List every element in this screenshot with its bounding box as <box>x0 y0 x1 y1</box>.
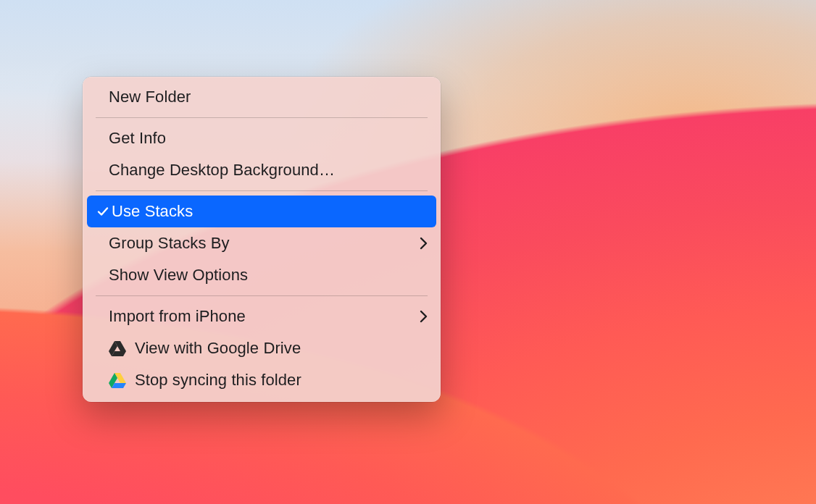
menu-item-show-view-options[interactable]: Show View Options <box>83 259 441 291</box>
menu-item-new-folder[interactable]: New Folder <box>83 81 441 113</box>
menu-item-label: New Folder <box>96 88 428 106</box>
menu-item-label: Group Stacks By <box>96 234 420 253</box>
menu-item-label: Change Desktop Background… <box>96 161 428 180</box>
menu-separator <box>96 295 428 296</box>
menu-separator <box>96 190 428 191</box>
chevron-right-icon <box>420 237 428 250</box>
menu-item-group-stacks-by[interactable]: Group Stacks By <box>83 227 441 259</box>
menu-separator <box>96 117 428 118</box>
menu-item-import-from-iphone[interactable]: Import from iPhone <box>83 301 441 332</box>
desktop-context-menu: New Folder Get Info Change Desktop Backg… <box>83 77 441 402</box>
menu-item-use-stacks[interactable]: Use Stacks <box>87 196 436 227</box>
checkmark-icon <box>96 206 110 217</box>
menu-item-change-desktop-background[interactable]: Change Desktop Background… <box>83 154 441 186</box>
google-drive-dark-icon <box>109 340 130 356</box>
google-drive-color-icon <box>109 372 130 388</box>
menu-item-label: View with Google Drive <box>135 339 428 358</box>
menu-item-label: Show View Options <box>96 266 428 285</box>
menu-item-label: Get Info <box>96 129 428 148</box>
menu-item-label: Use Stacks <box>110 202 428 221</box>
menu-item-get-info[interactable]: Get Info <box>83 122 441 154</box>
chevron-right-icon <box>420 310 428 323</box>
menu-item-label: Stop syncing this folder <box>135 371 428 390</box>
desktop-wallpaper[interactable]: New Folder Get Info Change Desktop Backg… <box>0 0 816 504</box>
menu-item-view-with-google-drive[interactable]: View with Google Drive <box>83 332 441 364</box>
menu-item-stop-syncing-this-folder[interactable]: Stop syncing this folder <box>83 364 441 396</box>
menu-item-label: Import from iPhone <box>96 307 420 326</box>
